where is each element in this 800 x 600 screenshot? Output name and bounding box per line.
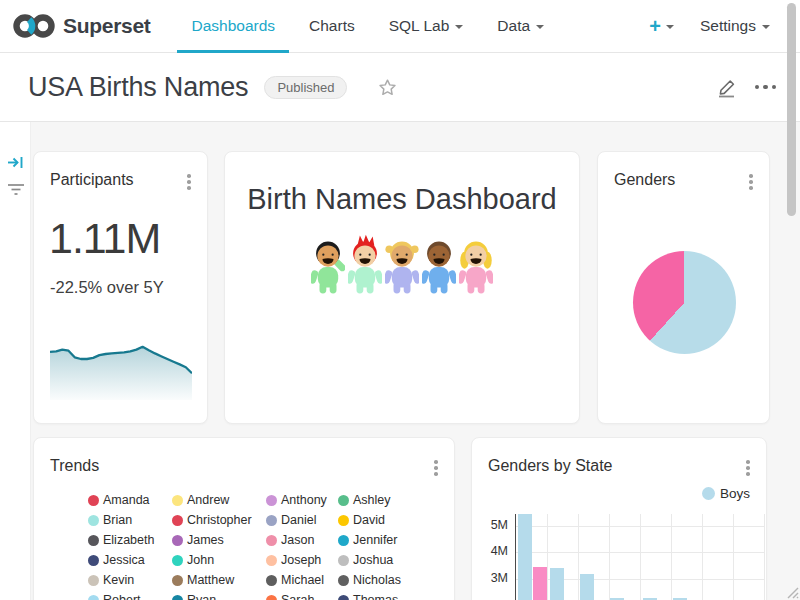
edit-dashboard-button[interactable] xyxy=(715,75,739,99)
legend-item-daniel[interactable]: Daniel xyxy=(266,510,338,530)
chart-menu-button[interactable] xyxy=(185,172,193,192)
legend-label: Jason xyxy=(281,533,314,547)
legend-item-joshua[interactable]: Joshua xyxy=(338,550,438,570)
kid-blue xyxy=(422,234,456,295)
nav-item-sql-lab[interactable]: SQL Lab xyxy=(372,0,481,52)
filter-icon-button[interactable] xyxy=(7,182,25,196)
more-actions-button[interactable] xyxy=(755,85,777,90)
legend-item-thomas[interactable]: Thomas xyxy=(338,590,438,600)
markdown-card: Birth Names Dashboard xyxy=(224,151,580,424)
legend-label: Daniel xyxy=(281,513,316,527)
legend-item-boys[interactable]: Boys xyxy=(702,486,750,501)
chart-menu-button[interactable] xyxy=(744,458,752,478)
genders-by-state-card: Genders by State Boys 5M4M3M xyxy=(471,437,767,600)
favorite-star-button[interactable] xyxy=(377,77,398,98)
legend-label: Thomas xyxy=(353,593,398,600)
legend-dot-icon xyxy=(338,515,349,526)
legend-dot-icon xyxy=(338,535,349,546)
legend-label: Kevin xyxy=(103,573,134,587)
expand-filter-bar-button[interactable] xyxy=(7,155,25,170)
big-number-subheader: -22.5% over 5Y xyxy=(50,278,164,297)
chart-menu-button[interactable] xyxy=(432,458,440,478)
legend-item-matthew[interactable]: Matthew xyxy=(172,570,266,590)
vertical-scrollbar-thumb[interactable] xyxy=(787,3,796,216)
legend-dot-icon xyxy=(266,515,277,526)
legend-label: Michael xyxy=(281,573,324,587)
legend-dot-icon xyxy=(338,595,349,600)
legend-item-kevin[interactable]: Kevin xyxy=(88,570,172,590)
legend-dot-icon xyxy=(338,575,349,586)
page-title: USA Births Names xyxy=(28,72,248,103)
legend-dot-icon xyxy=(172,575,183,586)
legend-label: John xyxy=(187,553,214,567)
bar xyxy=(518,514,532,600)
legend-label: Joseph xyxy=(281,553,321,567)
legend-item-ashley[interactable]: Ashley xyxy=(338,490,438,510)
trend-sparkline-chart xyxy=(50,340,192,400)
legend-label: James xyxy=(187,533,224,547)
legend-label: Andrew xyxy=(187,493,229,507)
dashboard-header: USA Births Names Published xyxy=(0,53,800,122)
legend-item-jason[interactable]: Jason xyxy=(266,530,338,550)
legend-dot-icon xyxy=(172,555,183,566)
header-actions xyxy=(715,75,777,99)
legend-item-jennifer[interactable]: Jennifer xyxy=(338,530,438,550)
bar xyxy=(533,567,547,600)
legend-dot-icon xyxy=(88,595,99,600)
legend-item-james[interactable]: James xyxy=(172,530,266,550)
legend-item-nicholas[interactable]: Nicholas xyxy=(338,570,438,590)
y-axis-tick-label: 5M xyxy=(480,518,508,532)
chevron-down-icon xyxy=(536,25,544,29)
expand-arrow-icon xyxy=(7,155,25,170)
published-badge[interactable]: Published xyxy=(264,76,347,99)
nav-item-data[interactable]: Data xyxy=(480,0,561,52)
genders-card: Genders xyxy=(597,151,770,424)
legend-dot-icon xyxy=(88,575,99,586)
chart-legend: AmandaAndrewAnthonyAshleyBrianChristophe… xyxy=(88,490,438,600)
legend-item-john[interactable]: John xyxy=(172,550,266,570)
legend-label: Jennifer xyxy=(353,533,397,547)
bar xyxy=(550,568,564,600)
legend-item-ryan[interactable]: Ryan xyxy=(172,590,266,600)
gridline xyxy=(547,514,548,600)
gridline xyxy=(702,514,703,600)
legend-label: Sarah xyxy=(281,593,314,600)
new-item-button[interactable]: + xyxy=(649,16,674,36)
legend-dot-icon xyxy=(172,515,183,526)
legend-item-joseph[interactable]: Joseph xyxy=(266,550,338,570)
legend-item-christopher[interactable]: Christopher xyxy=(172,510,266,530)
legend-dot-icon xyxy=(702,487,715,500)
chart-menu-button[interactable] xyxy=(747,172,755,192)
markdown-title: Birth Names Dashboard xyxy=(225,183,579,216)
chevron-down-icon xyxy=(455,25,463,29)
bar xyxy=(580,574,594,600)
legend-item-elizabeth[interactable]: Elizabeth xyxy=(88,530,172,550)
legend-dot-icon xyxy=(266,555,277,566)
legend-item-jessica[interactable]: Jessica xyxy=(88,550,172,570)
legend-item-anthony[interactable]: Anthony xyxy=(266,490,338,510)
nav-menu: DashboardsChartsSQL LabData xyxy=(174,0,561,52)
chevron-down-icon xyxy=(762,25,770,29)
superset-logo[interactable]: Superset xyxy=(12,12,150,40)
nav-item-dashboards[interactable]: Dashboards xyxy=(174,0,292,52)
legend-label: Boys xyxy=(720,486,750,501)
kid-mint xyxy=(348,234,382,295)
legend-label: Brian xyxy=(103,513,132,527)
settings-menu[interactable]: Settings xyxy=(700,17,770,35)
nav-item-charts[interactable]: Charts xyxy=(292,0,372,52)
legend-item-michael[interactable]: Michael xyxy=(266,570,338,590)
nav-right: + Settings xyxy=(649,16,770,36)
trends-card: Trends AmandaAndrewAnthonyAshleyBrianChr… xyxy=(33,437,455,600)
legend-item-brian[interactable]: Brian xyxy=(88,510,172,530)
resize-handle[interactable] xyxy=(785,585,799,599)
legend-dot-icon xyxy=(172,495,183,506)
legend-item-robert[interactable]: Robert xyxy=(88,590,172,600)
legend-item-sarah[interactable]: Sarah xyxy=(266,590,338,600)
dashboard-grid: Participants 1.11M -22.5% over 5Y Birth … xyxy=(0,122,800,600)
legend-item-amanda[interactable]: Amanda xyxy=(88,490,172,510)
legend-item-david[interactable]: David xyxy=(338,510,438,530)
legend-label: Robert xyxy=(103,593,141,600)
legend-item-andrew[interactable]: Andrew xyxy=(172,490,266,510)
legend-dot-icon xyxy=(88,535,99,546)
chart-legend: Boys xyxy=(702,486,750,501)
